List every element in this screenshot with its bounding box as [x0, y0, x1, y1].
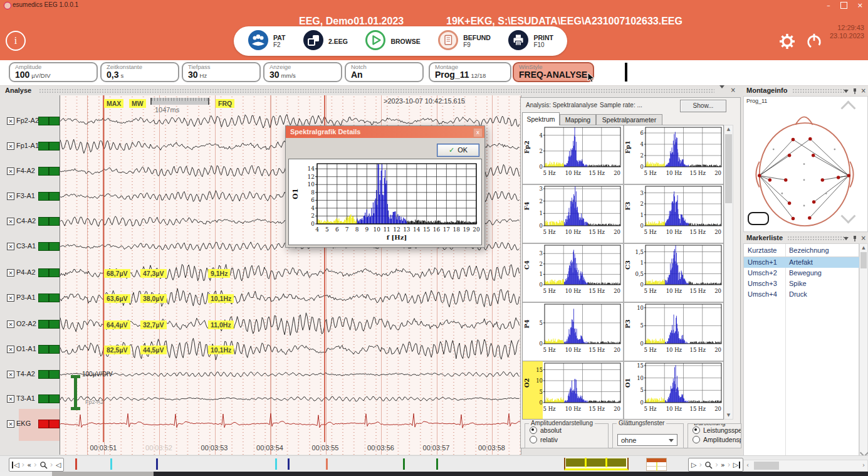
marker-row-spike[interactable]: Umsch+3Spike	[744, 278, 860, 289]
close-button[interactable]: ×	[857, 1, 863, 9]
scroll-right-arrow[interactable]: ›	[862, 462, 865, 468]
channel-status-square[interactable]	[49, 320, 60, 329]
setting-card-montage[interactable]: MontageProg_1112/18	[429, 62, 511, 82]
channel-status-square[interactable]	[38, 117, 49, 125]
marker-row-druck[interactable]: Umsch+4Druck	[744, 289, 860, 300]
mini-chart-o2[interactable]: 0510155 Hz10 Hz15 Hz20O2	[523, 361, 624, 420]
channel-status-square[interactable]	[38, 242, 49, 251]
channel-status-square[interactable]	[49, 294, 60, 302]
marker-row-artefakt[interactable]: Umsch+1Artefakt	[744, 257, 860, 268]
channel-checkbox[interactable]: ×	[7, 346, 14, 353]
channel-status-square[interactable]	[49, 167, 60, 176]
panel-close-icon[interactable]: ×	[731, 87, 736, 93]
marker-row-bewegung[interactable]: Umsch+2Bewegung	[744, 268, 860, 278]
mini-chart-f3[interactable]: 01235 Hz10 Hz15 Hz20F3	[624, 184, 724, 243]
channel-checkbox[interactable]: ×	[7, 294, 14, 302]
fast-back-icon[interactable]: «	[24, 458, 34, 471]
radio-option-relativ[interactable]: relativ	[530, 436, 558, 443]
step-back-icon[interactable]: ◁	[53, 458, 63, 471]
mini-chart-o1[interactable]: 0510155 Hz10 Hz15 Hz20O1	[624, 361, 724, 420]
toolbar-button-2eeg[interactable]: 2.EEG	[303, 29, 348, 53]
mini-chart-c3[interactable]: 00,511,55 Hz10 Hz15 Hz20C3	[624, 243, 724, 302]
mini-chart-c4[interactable]: 01235 Hz10 Hz15 Hz20C4	[523, 243, 624, 302]
toolbar-button-print[interactable]: PRINTF10	[508, 29, 553, 53]
segment-overview-widget[interactable]	[564, 458, 629, 470]
channel-status-square[interactable]	[49, 345, 60, 354]
right-panel-hscrollbar[interactable]: ‹ ›	[743, 460, 868, 472]
event-marker-tick[interactable]	[436, 458, 438, 470]
channel-checkbox[interactable]: ×	[7, 117, 14, 125]
maximize-button[interactable]	[840, 2, 847, 9]
channel-status-square[interactable]	[38, 268, 49, 277]
channel-status-square[interactable]	[49, 242, 60, 251]
setting-card-zeitkonstante[interactable]: Zeitkonstante0,3s	[100, 62, 179, 82]
pin-icon[interactable]	[852, 235, 857, 241]
channel-checkbox[interactable]: ×	[7, 269, 14, 277]
channel-checkbox[interactable]: ×	[7, 243, 14, 250]
channel-status-square[interactable]	[49, 394, 60, 403]
mini-chart-fp2[interactable]: 0245 Hz10 Hz15 Hz20Fp2	[523, 125, 624, 184]
channel-status-square[interactable]	[49, 117, 60, 125]
tab-spektralparameter[interactable]: Spektralparameter	[596, 114, 662, 125]
channel-status-square[interactable]	[49, 142, 60, 151]
event-marker-tick[interactable]	[275, 458, 277, 470]
mini-chart-p3[interactable]: 05105 Hz10 Hz15 Hz20P3	[624, 302, 724, 361]
channel-checkbox[interactable]: ×	[7, 420, 14, 428]
event-marker-tick[interactable]	[403, 458, 405, 470]
channel-status-square[interactable]	[38, 167, 49, 176]
channel-status-square[interactable]	[49, 268, 60, 277]
setting-card-anzeige[interactable]: Anzeige30mm/s	[263, 62, 342, 82]
channel-status-square[interactable]	[49, 217, 60, 226]
mini-chart-fp1[interactable]: 02465 Hz10 Hz15 Hz20Fp1	[624, 125, 724, 184]
hscroll-thumb[interactable]	[754, 462, 779, 470]
smoothing-select[interactable]: ohne	[617, 434, 677, 446]
mw-marker-chip[interactable]: MW	[129, 99, 146, 108]
channel-checkbox[interactable]: ×	[7, 142, 14, 150]
channel-status-square[interactable]	[38, 394, 49, 403]
step-forward-icon[interactable]: ▷	[689, 458, 699, 471]
radio-option-amplitudensp[interactable]: Amplitudensp	[693, 436, 741, 443]
fast-forward-icon[interactable]: »	[718, 458, 728, 471]
tab-spektrum[interactable]: Spektrum	[522, 112, 560, 125]
montage-ref-box[interactable]	[748, 212, 769, 225]
zoom-icon[interactable]	[702, 458, 715, 471]
channel-checkbox[interactable]: ×	[7, 167, 14, 175]
channel-checkbox[interactable]: ×	[7, 320, 14, 328]
setting-card-tiefpass[interactable]: Tiefpass30Hz	[182, 62, 261, 82]
mini-chart-p4[interactable]: 055 Hz10 Hz15 Hz20P4	[523, 302, 624, 361]
event-marker-tick[interactable]	[156, 458, 158, 470]
channel-status-square[interactable]	[38, 320, 49, 329]
bottom-bar-scroll-thumb[interactable]	[52, 472, 154, 476]
skip-end-icon[interactable]: ▷	[731, 458, 743, 471]
dialog-titlebar[interactable]: Spektralgrafik Details	[286, 126, 484, 138]
measure-ruler[interactable]	[150, 98, 209, 105]
ok-button[interactable]: ✓OK	[437, 144, 479, 157]
panel-close-icon[interactable]: ×	[861, 235, 866, 241]
setting-card-amplitude[interactable]: Amplitude100µV/DIV	[9, 62, 98, 82]
panel-menu-icon[interactable]	[844, 237, 849, 240]
skip-start-icon[interactable]: ◁	[9, 458, 21, 471]
channel-checkbox[interactable]: ×	[7, 395, 14, 403]
radio-option-absolut[interactable]: absolut	[530, 426, 562, 434]
channel-status-square[interactable]	[49, 370, 60, 379]
channel-status-square[interactable]	[38, 142, 49, 151]
show-button[interactable]: Show...	[680, 100, 726, 112]
toolbar-button-pat[interactable]: PATF2	[248, 29, 285, 53]
info-circle-icon[interactable]: i	[6, 31, 26, 51]
channel-status-square[interactable]	[38, 217, 49, 226]
event-marker-tick[interactable]	[75, 458, 77, 470]
panel-close-icon[interactable]: ×	[861, 88, 866, 94]
channel-status-square[interactable]	[38, 192, 49, 201]
mini-chart-f4[interactable]: 01235 Hz10 Hz15 Hz20F4	[523, 184, 624, 243]
max-marker-chip[interactable]: MAX	[104, 99, 123, 108]
panel-menu-icon[interactable]	[844, 90, 849, 93]
channel-checkbox[interactable]: ×	[7, 193, 14, 200]
gear-icon[interactable]	[777, 31, 797, 54]
charts-scrollbar[interactable]: ▲ ▼	[724, 125, 733, 420]
zoom-icon[interactable]	[37, 458, 50, 471]
setting-card-winstyle[interactable]: WinStyleFREQ-ANALYSE	[513, 62, 594, 82]
marker-scrollbar[interactable]: ▲	[859, 243, 868, 458]
minimize-button[interactable]: –	[827, 1, 830, 9]
power-icon[interactable]	[805, 33, 823, 53]
event-marker-tick[interactable]	[326, 458, 328, 470]
